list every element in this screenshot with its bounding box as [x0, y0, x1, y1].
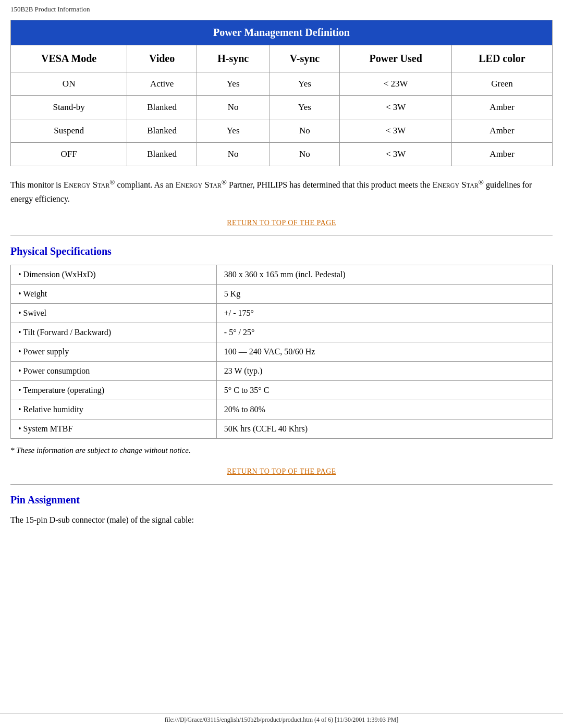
table-header-row: VESA Mode Video H-sync V-sync Power Used… [11, 45, 553, 72]
specs-row: • Power consumption23 W (typ.) [11, 362, 553, 381]
specs-row: • Weight5 Kg [11, 285, 553, 304]
table-cell: Active [127, 72, 197, 96]
specs-row: • System MTBF50K hrs (CCFL 40 Khrs) [11, 419, 553, 439]
spec-value: 50K hrs (CCFL 40 Khrs) [216, 419, 552, 439]
table-cell: < 3W [340, 143, 452, 166]
spec-label: • Power consumption [11, 362, 217, 381]
spec-value: 5 Kg [216, 285, 552, 304]
table-cell: < 3W [340, 119, 452, 143]
table-cell: No [197, 143, 270, 166]
table-cell: Yes [197, 119, 270, 143]
table-cell: Amber [451, 119, 552, 143]
energy-star-text: This monitor is Energy Star® compliant. … [10, 177, 553, 205]
table-cell: Suspend [11, 119, 127, 143]
spec-value: +/ - 175° [216, 304, 552, 323]
table-row: ONActiveYesYes< 23WGreen [11, 72, 553, 96]
table-cell: < 3W [340, 96, 452, 119]
spec-value: 23 W (typ.) [216, 362, 552, 381]
energy-star-label-2: Energy Star [175, 180, 221, 190]
table-title: Power Management Definition [11, 20, 553, 45]
table-cell: Yes [270, 72, 340, 96]
specs-row: • Power supply100 — 240 VAC, 50/60 Hz [11, 342, 553, 362]
table-cell: Stand-by [11, 96, 127, 119]
specs-row: • Swivel+/ - 175° [11, 304, 553, 323]
table-cell: Yes [270, 96, 340, 119]
pin-assignment-description: The 15-pin D-sub connector (male) of the… [10, 513, 553, 527]
col-hsync: H-sync [197, 45, 270, 72]
table-cell: OFF [11, 143, 127, 166]
specs-row: • Dimension (WxHxD)380 x 360 x 165 mm (i… [11, 265, 553, 285]
table-cell: No [270, 143, 340, 166]
pin-assignment-heading: Pin Assignment [10, 494, 553, 506]
spec-value: - 5° / 25° [216, 323, 552, 342]
spec-label: • Temperature (operating) [11, 381, 217, 400]
physical-specs-table: • Dimension (WxHxD)380 x 360 x 165 mm (i… [10, 265, 553, 439]
table-cell: Blanked [127, 119, 197, 143]
return-to-top-link-2[interactable]: RETURN TO TOP OF THE PAGE [227, 467, 336, 475]
table-cell: Yes [197, 72, 270, 96]
specs-row: • Relative humidity20% to 80% [11, 400, 553, 419]
table-cell: Blanked [127, 143, 197, 166]
spec-value: 5° C to 35° C [216, 381, 552, 400]
table-cell: ON [11, 72, 127, 96]
specs-row: • Temperature (operating)5° C to 35° C [11, 381, 553, 400]
table-cell: Amber [451, 96, 552, 119]
specs-footnote: * These information are subject to chang… [10, 446, 553, 455]
power-management-table: Power Management Definition VESA Mode Vi… [10, 20, 553, 166]
spec-label: • Swivel [11, 304, 217, 323]
spec-label: • Weight [11, 285, 217, 304]
energy-star-label-3: Energy Star [432, 180, 478, 190]
page-header: 150B2B Product Information [10, 5, 553, 14]
table-cell: No [270, 119, 340, 143]
col-video: Video [127, 45, 197, 72]
energy-star-label-1: Energy Star [64, 180, 109, 190]
spec-label: • System MTBF [11, 419, 217, 439]
divider-2 [10, 484, 553, 485]
spec-value: 380 x 360 x 165 mm (incl. Pedestal) [216, 265, 552, 285]
table-cell: Blanked [127, 96, 197, 119]
table-cell: < 23W [340, 72, 452, 96]
table-cell: Amber [451, 143, 552, 166]
specs-row: • Tilt (Forward / Backward)- 5° / 25° [11, 323, 553, 342]
table-row: SuspendBlankedYesNo< 3WAmber [11, 119, 553, 143]
col-led-color: LED color [451, 45, 552, 72]
page-footer: file:///D|/Grace/03115/english/150b2b/pr… [0, 713, 563, 724]
spec-label: • Relative humidity [11, 400, 217, 419]
spec-label: • Power supply [11, 342, 217, 362]
spec-label: • Dimension (WxHxD) [11, 265, 217, 285]
table-row: Stand-byBlankedNoYes< 3WAmber [11, 96, 553, 119]
divider-1 [10, 236, 553, 236]
return-link-container-1: RETURN TO TOP OF THE PAGE [10, 218, 553, 227]
col-power-used: Power Used [340, 45, 452, 72]
return-to-top-link-1[interactable]: RETURN TO TOP OF THE PAGE [227, 219, 336, 227]
table-row: OFFBlankedNoNo< 3WAmber [11, 143, 553, 166]
table-cell: Green [451, 72, 552, 96]
spec-value: 100 — 240 VAC, 50/60 Hz [216, 342, 552, 362]
return-link-container-2: RETURN TO TOP OF THE PAGE [10, 466, 553, 476]
physical-specs-heading: Physical Specifications [10, 245, 553, 257]
spec-value: 20% to 80% [216, 400, 552, 419]
spec-label: • Tilt (Forward / Backward) [11, 323, 217, 342]
col-vesa-mode: VESA Mode [11, 45, 127, 72]
col-vsync: V-sync [270, 45, 340, 72]
table-cell: No [197, 96, 270, 119]
